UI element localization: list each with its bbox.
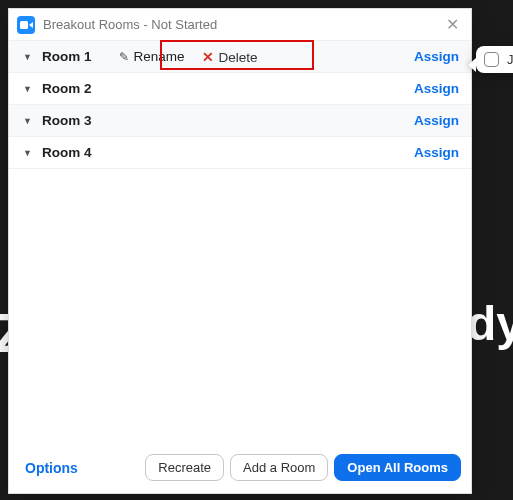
x-icon: ✕	[202, 50, 214, 65]
room-actions: ✎Rename ✕Delete	[119, 49, 257, 65]
room-row[interactable]: ▼ Room 4 Assign	[9, 137, 471, 169]
assign-link[interactable]: Assign	[414, 81, 459, 96]
participant-name: Judy	[507, 52, 513, 67]
dialog-title: Breakout Rooms - Not Started	[43, 17, 442, 32]
rename-label: Rename	[133, 49, 184, 64]
room-row[interactable]: ▼ Room 3 Assign	[9, 105, 471, 137]
caret-down-icon[interactable]: ▼	[23, 84, 32, 94]
close-icon[interactable]: ✕	[442, 15, 463, 34]
caret-down-icon[interactable]: ▼	[23, 116, 32, 126]
assign-popover: Judy	[476, 46, 513, 73]
room-list: ▼ Room 1 ✎Rename ✕Delete Assign ▼ Room 2…	[9, 41, 471, 169]
open-all-rooms-button[interactable]: Open All Rooms	[334, 454, 461, 481]
delete-button[interactable]: ✕Delete	[202, 49, 257, 65]
options-link[interactable]: Options	[25, 460, 78, 476]
assign-link[interactable]: Assign	[414, 113, 459, 128]
rename-button[interactable]: ✎Rename	[119, 49, 184, 64]
caret-down-icon[interactable]: ▼	[23, 148, 32, 158]
delete-label: Delete	[218, 50, 257, 65]
room-name: Room 4	[42, 145, 92, 160]
caret-down-icon[interactable]: ▼	[23, 52, 32, 62]
room-name: Room 1	[42, 49, 92, 64]
add-room-button[interactable]: Add a Room	[230, 454, 328, 481]
room-row[interactable]: ▼ Room 1 ✎Rename ✕Delete Assign	[9, 41, 471, 73]
dialog-footer: Options Recreate Add a Room Open All Roo…	[9, 446, 471, 493]
room-name: Room 2	[42, 81, 92, 96]
titlebar: Breakout Rooms - Not Started ✕	[9, 9, 471, 41]
assign-link[interactable]: Assign	[414, 49, 459, 64]
assign-link[interactable]: Assign	[414, 145, 459, 160]
dialog-body	[9, 169, 471, 446]
participant-checkbox[interactable]	[484, 52, 499, 67]
recreate-button[interactable]: Recreate	[145, 454, 224, 481]
room-row[interactable]: ▼ Room 2 Assign	[9, 73, 471, 105]
room-name: Room 3	[42, 113, 92, 128]
breakout-rooms-dialog: Breakout Rooms - Not Started ✕ ▼ Room 1 …	[8, 8, 472, 494]
zoom-app-icon	[17, 16, 35, 34]
background-fragment-right: dy	[467, 300, 513, 348]
pencil-icon: ✎	[119, 50, 129, 64]
